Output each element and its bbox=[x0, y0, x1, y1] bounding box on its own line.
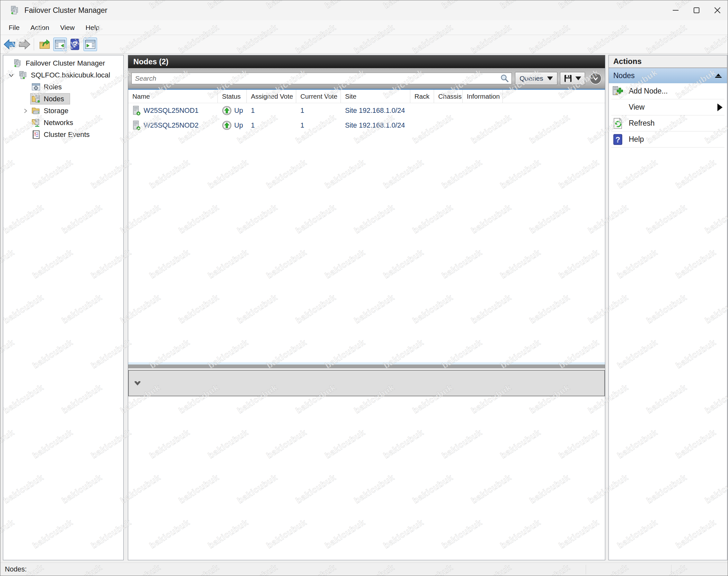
tree-item-cluster[interactable]: SQLFOC.bakicubuk.local bbox=[3, 69, 123, 81]
chevron-down-icon[interactable] bbox=[8, 72, 15, 79]
node-server-icon bbox=[132, 106, 141, 115]
column-header-assigned-vote[interactable]: Assigned Vote bbox=[247, 90, 296, 103]
column-header-site[interactable]: Site bbox=[341, 90, 410, 103]
action-help[interactable]: ? Help bbox=[609, 132, 727, 147]
search-icon[interactable] bbox=[500, 74, 510, 83]
forward-button[interactable] bbox=[18, 37, 31, 51]
tree-nodes-label: Nodes bbox=[44, 95, 64, 103]
filter-bar: Queries bbox=[128, 68, 605, 89]
cell-filler bbox=[503, 103, 605, 118]
minimize-button[interactable] bbox=[665, 0, 686, 20]
tree-item-nodes[interactable]: Nodes bbox=[3, 93, 123, 105]
action-add-node[interactable]: Add Node... bbox=[609, 83, 727, 99]
chevron-down-icon bbox=[593, 75, 599, 82]
column-header-status[interactable]: Status bbox=[218, 90, 247, 103]
svg-text:?: ? bbox=[72, 39, 78, 49]
queries-label: Queries bbox=[519, 75, 543, 82]
details-summary-bar[interactable] bbox=[128, 370, 605, 396]
save-dropdown-icon bbox=[575, 77, 581, 80]
menu-help[interactable]: Help bbox=[80, 22, 105, 33]
action-label: View bbox=[629, 103, 644, 112]
chevron-down-icon[interactable] bbox=[133, 379, 142, 387]
table-row-node-1[interactable]: W25SQL25NOD1 Up 1 1 Site 192.168.1.0/24 bbox=[128, 103, 605, 118]
tree-item-networks[interactable]: Networks bbox=[3, 117, 123, 128]
cell-assigned-vote: 1 bbox=[247, 118, 296, 133]
action-refresh[interactable]: Refresh bbox=[609, 115, 727, 131]
cell-rack bbox=[410, 118, 434, 133]
cell-status: Up bbox=[218, 118, 247, 133]
add-node-icon bbox=[612, 86, 624, 97]
results-caption: Nodes (2) bbox=[128, 55, 605, 68]
tree-item-storage[interactable]: Storage bbox=[3, 105, 123, 117]
storage-icon bbox=[31, 106, 40, 115]
maximize-icon bbox=[693, 6, 700, 14]
column-header-current-vote[interactable]: Current Vote bbox=[296, 90, 341, 103]
close-icon bbox=[713, 6, 722, 15]
collapse-section-icon[interactable] bbox=[714, 73, 723, 79]
queries-dropdown-icon bbox=[547, 77, 553, 80]
refresh-icon bbox=[612, 118, 624, 129]
save-query-button[interactable] bbox=[560, 72, 585, 85]
column-header-rack[interactable]: Rack bbox=[410, 90, 434, 103]
action-label: Add Node... bbox=[629, 87, 668, 95]
maximize-button[interactable] bbox=[686, 0, 707, 20]
submenu-arrow-icon bbox=[718, 104, 723, 111]
cluster-events-icon bbox=[31, 130, 40, 139]
column-header-chassis[interactable]: Chassis bbox=[434, 90, 463, 103]
actions-section-label: Nodes bbox=[613, 71, 635, 80]
cell-site: Site 192.168.1.0/24 bbox=[341, 118, 410, 133]
chevron-right-icon[interactable] bbox=[22, 107, 29, 114]
menu-view[interactable]: View bbox=[55, 22, 80, 33]
cell-site: Site 192.168.1.0/24 bbox=[341, 103, 410, 118]
node-name: W25SQL25NOD2 bbox=[144, 121, 199, 129]
tree-item-cluster-events[interactable]: Cluster Events bbox=[3, 128, 123, 141]
queries-button[interactable]: Queries bbox=[515, 72, 557, 85]
horizontal-splitter[interactable] bbox=[128, 365, 605, 370]
column-header-information[interactable]: Information bbox=[463, 90, 503, 103]
action-view[interactable]: View bbox=[609, 99, 727, 115]
tree-cluster-events-label: Cluster Events bbox=[44, 131, 90, 139]
actions-title: Actions bbox=[609, 55, 727, 68]
networks-icon bbox=[31, 118, 40, 127]
show-hide-console-tree-button[interactable] bbox=[53, 38, 67, 51]
action-label: Help bbox=[629, 135, 644, 144]
menu-action[interactable]: Action bbox=[25, 22, 55, 33]
tree-roles-label: Roles bbox=[44, 83, 62, 91]
cell-current-vote: 1 bbox=[296, 118, 341, 133]
cell-information bbox=[463, 103, 503, 118]
export-list-button[interactable] bbox=[38, 37, 52, 51]
cell-assigned-vote: 1 bbox=[247, 103, 296, 118]
back-button[interactable] bbox=[3, 37, 17, 51]
search-input[interactable] bbox=[132, 73, 500, 84]
help-icon: ? bbox=[70, 38, 79, 50]
tree-item-roles[interactable]: Roles bbox=[3, 81, 123, 93]
help-button[interactable]: ? bbox=[68, 37, 82, 51]
forward-icon bbox=[18, 39, 31, 50]
collapse-filter-button[interactable] bbox=[589, 72, 602, 85]
tree-networks-label: Networks bbox=[44, 119, 73, 127]
toolbar: ? bbox=[0, 35, 728, 54]
menu-file[interactable]: File bbox=[3, 22, 25, 33]
cell-name: W25SQL25NOD1 bbox=[128, 103, 218, 118]
help-icon: ? bbox=[612, 134, 624, 145]
cell-filler bbox=[503, 118, 605, 133]
cell-status: Up bbox=[218, 103, 247, 118]
console-tree-icon bbox=[55, 40, 65, 49]
failover-cluster-manager-window: Failover Cluster Manager File Action Vie… bbox=[0, 0, 728, 576]
status-up-icon bbox=[222, 120, 232, 130]
results-pane: Nodes (2) Queries bbox=[128, 55, 605, 560]
show-hide-action-pane-button[interactable] bbox=[84, 38, 97, 51]
table-row-node-2[interactable]: W25SQL25NOD2 Up 1 1 Site 192.168.1.0/24 bbox=[128, 118, 605, 133]
console-tree-panel: Failover Cluster Manager SQLFOC.bakicubu… bbox=[3, 55, 124, 560]
status-up-icon bbox=[222, 106, 232, 115]
column-header-filler bbox=[503, 90, 605, 103]
close-button[interactable] bbox=[707, 0, 728, 20]
column-header-name[interactable]: Name bbox=[128, 90, 218, 103]
tree-item-failover-cluster-manager[interactable]: Failover Cluster Manager bbox=[3, 57, 123, 69]
actions-section-nodes[interactable]: Nodes bbox=[609, 68, 727, 83]
details-pane bbox=[128, 396, 605, 560]
cell-rack bbox=[410, 103, 434, 118]
save-icon bbox=[564, 74, 572, 83]
svg-text:?: ? bbox=[615, 135, 620, 144]
cell-name: W25SQL25NOD2 bbox=[128, 118, 218, 133]
